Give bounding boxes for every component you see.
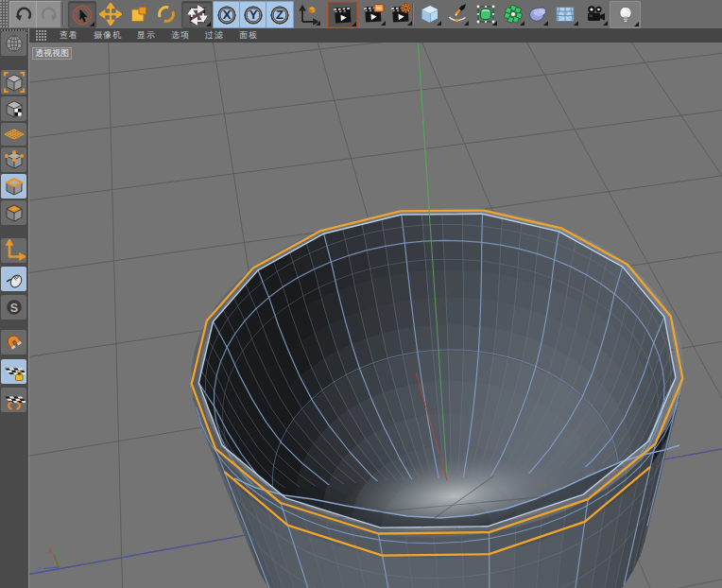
live-selection-button[interactable]: [68, 1, 96, 28]
toolbar-grip[interactable]: [0, 0, 8, 27]
enable-axis-icon: [3, 239, 26, 262]
redo-button[interactable]: [36, 1, 61, 28]
render-settings-button[interactable]: [387, 1, 413, 26]
lock-z-axis-button[interactable]: Z: [266, 1, 294, 28]
viewport-menubar: 查看摄像机显示选项过滤面板: [29, 28, 722, 43]
move-icon: [99, 3, 122, 26]
subdivision-surface-button[interactable]: [473, 1, 498, 26]
make-editable-icon: [3, 32, 26, 55]
snap-magnet-button[interactable]: [1, 330, 26, 355]
top-toolbar: XYZ: [0, 0, 722, 29]
floor-environment-button[interactable]: [551, 1, 579, 26]
viewport-menu-4[interactable]: 过滤: [205, 29, 224, 42]
coordinate-system-button[interactable]: [294, 1, 321, 26]
render-view-button[interactable]: [327, 1, 358, 28]
lock-x-axis-icon: X: [215, 4, 238, 26]
viewport-name-label[interactable]: 透视视图: [32, 47, 72, 60]
svg-text:S: S: [9, 302, 17, 315]
svg-text:X: X: [222, 8, 231, 22]
enable-snap-button[interactable]: S: [1, 295, 26, 320]
svg-text:Y: Y: [57, 545, 61, 552]
polygons-mode-button[interactable]: [1, 200, 26, 225]
rotate-icon: [155, 3, 178, 26]
edges-mode-button[interactable]: [1, 174, 26, 199]
workplane-mode-icon: [3, 123, 26, 146]
texture-mode-icon: [3, 97, 26, 120]
enable-axis-button[interactable]: [1, 238, 26, 263]
undo-icon: [12, 4, 35, 26]
model-mode-icon: [3, 71, 26, 94]
tweak-mode-icon: [3, 268, 26, 290]
lock-y-axis-button[interactable]: Y: [239, 1, 266, 28]
undo-button[interactable]: [9, 1, 37, 28]
array-generator-button[interactable]: [500, 1, 525, 26]
snap-magnet-icon: [3, 331, 26, 354]
lock-y-axis-icon: Y: [242, 4, 265, 26]
viewport-scene[interactable]: YXZ: [29, 43, 722, 588]
workplane-snap-button[interactable]: [1, 388, 26, 412]
redo-icon: [38, 4, 60, 26]
texture-mode-button[interactable]: [1, 96, 26, 121]
points-mode-icon: [3, 148, 26, 171]
light-button[interactable]: [610, 1, 641, 28]
light-icon: [614, 4, 637, 26]
move-button[interactable]: [97, 1, 123, 26]
rotate-button[interactable]: [154, 1, 179, 26]
workplane-lock-icon: [3, 360, 26, 383]
viewport-menu-5[interactable]: 面板: [239, 29, 258, 42]
render-to-picture-viewer-button[interactable]: [359, 1, 387, 26]
scale-button[interactable]: [126, 1, 151, 26]
viewport-menu-3[interactable]: 选项: [171, 29, 190, 42]
model-mode-button[interactable]: [1, 70, 26, 95]
polygons-mode-icon: [3, 201, 26, 224]
make-editable-button[interactable]: [1, 31, 26, 56]
render-view-icon: [332, 4, 354, 26]
svg-text:Y: Y: [249, 8, 257, 22]
toolbar-separator: [412, 3, 414, 25]
svg-text:Z: Z: [37, 566, 42, 573]
viewport-menu-1[interactable]: 摄像机: [94, 29, 122, 42]
viewport-menu-grip[interactable]: [36, 30, 46, 41]
cinema4d-window: XYZ S 查看摄像机显示选项过滤面板 YXZ 透视视图: [0, 0, 722, 588]
add-cube-primitive-button[interactable]: [417, 1, 442, 26]
last-used-tools-icon: [186, 4, 209, 26]
viewport-menu-0[interactable]: 查看: [60, 29, 78, 42]
viewport-menu-2[interactable]: 显示: [137, 29, 156, 42]
last-used-tools-button[interactable]: [181, 1, 213, 28]
workplane-lock-button[interactable]: [1, 359, 26, 384]
tweak-mode-button[interactable]: [1, 267, 26, 291]
lock-z-axis-icon: Z: [268, 4, 291, 26]
svg-text:X: X: [48, 547, 53, 554]
toolbar-separator: [62, 3, 64, 25]
workplane-mode-button[interactable]: [1, 123, 26, 146]
metaball-button[interactable]: [525, 1, 549, 26]
lock-x-axis-button[interactable]: X: [213, 1, 240, 28]
perspective-viewport[interactable]: 查看摄像机显示选项过滤面板 YXZ 透视视图: [28, 28, 722, 588]
mode-sidebar: S: [0, 28, 28, 588]
scale-icon: [128, 3, 150, 26]
camera-button[interactable]: [582, 1, 609, 26]
points-mode-button[interactable]: [1, 147, 26, 172]
pen-spline-button[interactable]: [444, 1, 470, 26]
workplane-snap-icon: [3, 389, 26, 411]
enable-snap-icon: S: [3, 296, 26, 319]
edges-mode-icon: [3, 175, 26, 198]
svg-text:Z: Z: [276, 8, 284, 22]
